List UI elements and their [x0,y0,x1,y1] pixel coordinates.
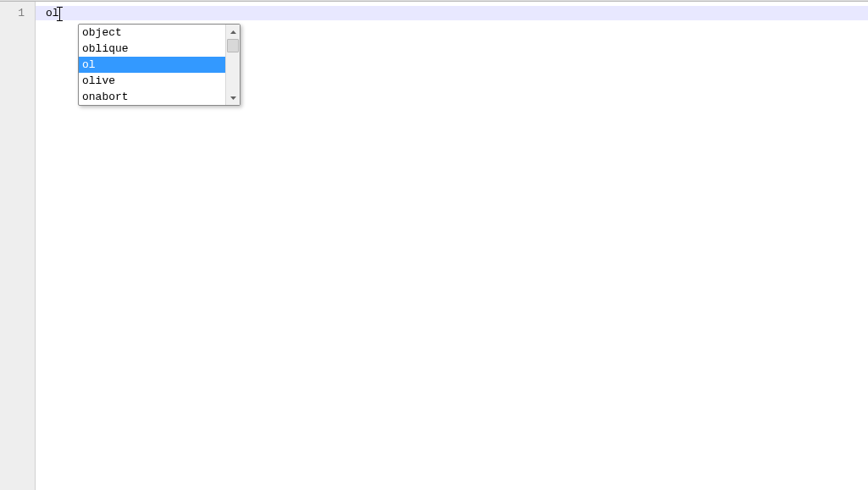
scrollbar[interactable] [225,25,240,105]
autocomplete-item[interactable]: object [79,25,225,41]
current-line-highlight [36,6,868,20]
autocomplete-item-selected[interactable]: ol [79,57,225,73]
autocomplete-popup[interactable]: object oblique ol olive onabort [78,24,240,106]
editor-container: 1 ol object oblique ol olive onabort [0,2,868,490]
autocomplete-list[interactable]: object oblique ol olive onabort [79,25,225,105]
autocomplete-item-label: oblique [82,42,129,55]
autocomplete-item[interactable]: olive [79,73,225,89]
chevron-down-icon [230,96,236,100]
chevron-up-icon [230,30,236,34]
line-number: 1 [0,6,35,20]
autocomplete-item-label: object [82,26,122,39]
scroll-up-button[interactable] [226,25,240,39]
autocomplete-item[interactable]: onabort [79,89,225,105]
typed-text: ol [46,7,59,19]
svg-marker-0 [230,30,236,34]
autocomplete-item-label: ol [82,58,96,71]
scroll-down-button[interactable] [226,91,240,105]
scroll-thumb[interactable] [227,39,239,52]
autocomplete-item[interactable]: oblique [79,41,225,57]
autocomplete-item-label: onabort [82,91,129,103]
gutter: 1 [0,2,36,490]
autocomplete-item-label: olive [82,74,115,87]
text-cursor-icon [59,8,60,20]
code-area[interactable]: ol object oblique ol olive onabort [36,2,868,490]
svg-marker-1 [230,96,236,100]
code-text[interactable]: ol [46,6,60,20]
scroll-track[interactable] [226,39,240,91]
